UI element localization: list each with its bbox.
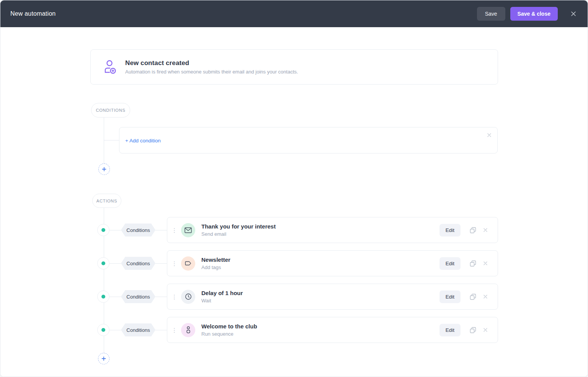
trigger-card[interactable]: New contact created Automation is fired … bbox=[90, 49, 498, 85]
remove-action-icon[interactable] bbox=[482, 227, 488, 233]
connector-line bbox=[155, 230, 167, 230]
conditions-badge[interactable]: Conditions bbox=[121, 290, 155, 303]
conditions-badge[interactable]: Conditions bbox=[121, 224, 155, 237]
action-subtitle: Run sequence bbox=[201, 331, 257, 337]
action-subtitle: Wait bbox=[201, 298, 243, 304]
connector-line bbox=[109, 230, 121, 230]
edit-button[interactable]: Edit bbox=[439, 291, 461, 303]
branch-node[interactable] bbox=[97, 224, 109, 236]
save-button[interactable]: Save bbox=[477, 7, 505, 21]
page-title: New automation bbox=[10, 10, 56, 17]
trigger-title: New contact created bbox=[125, 59, 298, 67]
action-row: Conditions ⋮ Thank you for your interest… bbox=[0, 217, 588, 243]
action-subtitle: Add tags bbox=[201, 264, 230, 270]
trigger-description: Automation is fired when someone submits… bbox=[125, 69, 298, 75]
topbar: New automation Save Save & close bbox=[0, 0, 588, 27]
drag-handle-icon[interactable]: ⋮ bbox=[172, 227, 177, 233]
remove-action-icon[interactable] bbox=[482, 327, 488, 333]
action-card[interactable]: ⋮ Welcome to the club Run sequence Edit bbox=[167, 317, 498, 343]
action-card[interactable]: ⋮ Delay of 1 hour Wait Edit bbox=[167, 284, 498, 310]
email-icon bbox=[181, 223, 195, 237]
action-row: Conditions ⋮ Newsletter Add tags Edit bbox=[0, 250, 588, 276]
action-text: Welcome to the club Run sequence bbox=[201, 323, 257, 337]
action-controls: Edit bbox=[439, 257, 488, 270]
condition-card: + Add condition bbox=[119, 127, 498, 153]
drag-handle-icon[interactable]: ⋮ bbox=[172, 294, 177, 300]
conditions-section-label: CONDITIONS bbox=[91, 103, 130, 118]
duplicate-icon[interactable] bbox=[469, 259, 477, 267]
topbar-actions: Save Save & close bbox=[477, 7, 578, 21]
duplicate-icon[interactable] bbox=[469, 226, 477, 234]
action-title: Newsletter bbox=[201, 256, 230, 263]
add-condition-button[interactable]: + Add condition bbox=[125, 137, 161, 143]
automation-editor-window: New automation Save Save & close Ne bbox=[0, 0, 588, 377]
action-controls: Edit bbox=[439, 324, 488, 336]
duplicate-icon[interactable] bbox=[469, 293, 477, 300]
remove-action-icon[interactable] bbox=[482, 294, 488, 300]
connector-line bbox=[104, 140, 119, 140]
action-text: Delay of 1 hour Wait bbox=[201, 290, 243, 304]
node-dot bbox=[101, 295, 105, 299]
automation-canvas: New contact created Automation is fired … bbox=[0, 27, 588, 377]
actions-section-label: ACTIONS bbox=[92, 194, 121, 208]
edit-button[interactable]: Edit bbox=[439, 324, 461, 336]
action-controls: Edit bbox=[439, 224, 488, 237]
save-and-close-button[interactable]: Save & close bbox=[510, 7, 558, 21]
action-row: Conditions ⋮ Delay of 1 hour Wait Edit bbox=[0, 284, 588, 310]
connector-line bbox=[104, 117, 104, 164]
add-action-button[interactable] bbox=[98, 353, 109, 364]
remove-action-icon[interactable] bbox=[482, 260, 488, 266]
connector-line bbox=[155, 297, 167, 297]
conditions-badge[interactable]: Conditions bbox=[121, 257, 155, 270]
connector-line bbox=[155, 263, 167, 264]
branch-node[interactable] bbox=[97, 291, 109, 303]
remove-condition-icon[interactable] bbox=[486, 132, 492, 138]
action-subtitle: Send email bbox=[201, 231, 276, 237]
action-text: Newsletter Add tags bbox=[201, 256, 230, 270]
duplicate-icon[interactable] bbox=[469, 326, 477, 334]
add-step-button[interactable] bbox=[98, 163, 110, 175]
edit-button[interactable]: Edit bbox=[439, 257, 461, 270]
node-dot bbox=[101, 328, 105, 332]
close-icon[interactable] bbox=[569, 10, 578, 18]
tag-icon bbox=[181, 256, 195, 271]
branch-node[interactable] bbox=[97, 257, 109, 269]
action-text: Thank you for your interest Send email bbox=[201, 223, 276, 237]
connector-line bbox=[109, 263, 121, 264]
action-controls: Edit bbox=[439, 291, 488, 303]
node-dot bbox=[101, 228, 105, 232]
conditions-badge[interactable]: Conditions bbox=[121, 323, 155, 336]
connector-line bbox=[109, 330, 121, 330]
trigger-text: New contact created Automation is fired … bbox=[125, 59, 298, 75]
node-dot bbox=[101, 261, 105, 265]
action-title: Delay of 1 hour bbox=[201, 290, 243, 296]
action-row: Conditions ⋮ Welcome to the club Run seq… bbox=[0, 317, 588, 343]
clock-icon bbox=[181, 290, 195, 304]
action-card[interactable]: ⋮ Thank you for your interest Send email… bbox=[167, 217, 498, 243]
action-title: Welcome to the club bbox=[201, 323, 257, 330]
action-card[interactable]: ⋮ Newsletter Add tags Edit bbox=[167, 250, 498, 276]
connector-line bbox=[155, 330, 167, 330]
drag-handle-icon[interactable]: ⋮ bbox=[172, 261, 177, 266]
action-title: Thank you for your interest bbox=[201, 223, 276, 230]
sequence-icon bbox=[181, 323, 195, 337]
contact-add-icon bbox=[103, 60, 117, 74]
drag-handle-icon[interactable]: ⋮ bbox=[172, 327, 177, 333]
branch-node[interactable] bbox=[97, 324, 109, 336]
connector-line bbox=[109, 297, 121, 297]
edit-button[interactable]: Edit bbox=[439, 224, 461, 237]
